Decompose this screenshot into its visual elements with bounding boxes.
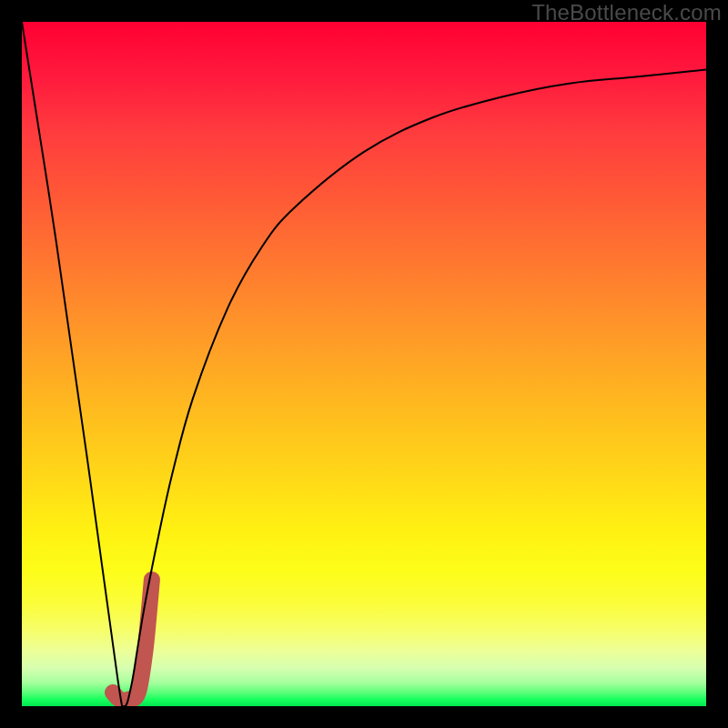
plot-area	[22, 22, 706, 706]
chart-frame: TheBottleneck.com	[0, 0, 728, 728]
watermark-text: TheBottleneck.com	[531, 0, 722, 25]
chart-svg	[22, 22, 706, 706]
bottleneck-curve	[22, 22, 706, 706]
